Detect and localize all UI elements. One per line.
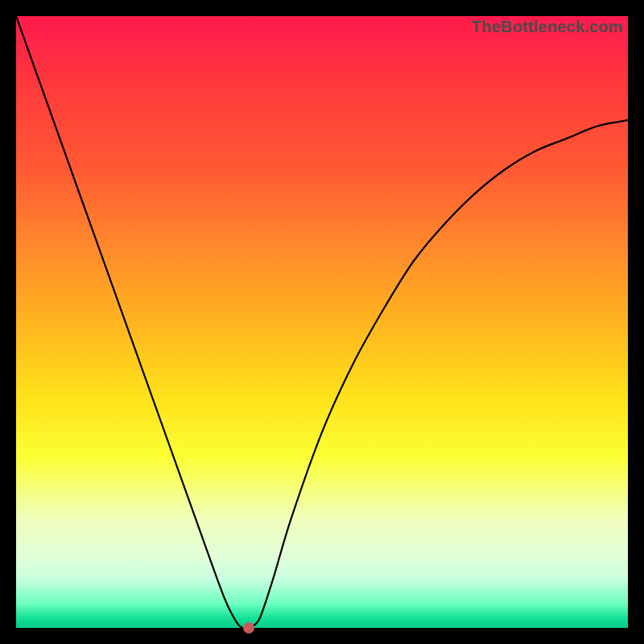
minimum-marker-dot [243,622,254,634]
chart-area: TheBottleneck.com [16,16,628,628]
curve-svg [16,16,628,628]
curve-path [16,16,628,628]
